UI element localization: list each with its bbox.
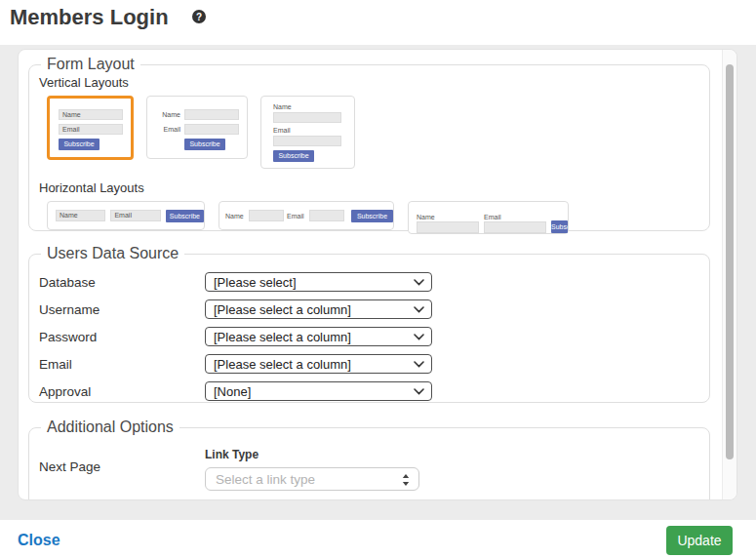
close-button[interactable]: Close: [18, 532, 60, 549]
email-select[interactable]: [Please select a column]: [205, 354, 432, 374]
preview-subscribe-button: Subscribe: [551, 220, 568, 233]
preview-name-input: Name: [56, 210, 105, 221]
preview-subscribe-button: Subscribe: [166, 210, 204, 222]
chevron-down-icon: [414, 334, 424, 340]
page-title: Members Login: [10, 5, 169, 30]
horizontal-layouts-label: Horizontal Layouts: [39, 180, 697, 195]
form-layout-legend: Form Layout: [41, 56, 140, 73]
chevron-down-icon: [414, 306, 424, 313]
email-row: Email [Please select a column]: [39, 354, 697, 374]
settings-scroll-area: Form Layout Vertical Layouts Name Email …: [19, 50, 722, 499]
username-row: Username [Please select a column]: [39, 299, 697, 319]
preview-subscribe-button: Subscribe: [273, 150, 314, 162]
approval-label: Approval: [39, 384, 205, 399]
preview-email-input: Email: [110, 210, 160, 221]
preview-email-input: [273, 136, 341, 146]
preview-email-input: [309, 210, 344, 221]
form-layout-section: Form Layout Vertical Layouts Name Email …: [28, 56, 710, 231]
link-type-block: Link Type Select a link type: [205, 444, 419, 491]
users-data-source-section: Users Data Source Database [Please selec…: [28, 245, 710, 403]
layout-option-horizontal-1[interactable]: Name Email Subscribe: [47, 201, 205, 230]
update-button[interactable]: Update: [666, 526, 733, 555]
chevron-down-icon: [414, 361, 424, 368]
additional-options-legend: Additional Options: [41, 418, 179, 436]
settings-panel: Form Layout Vertical Layouts Name Email …: [18, 49, 737, 500]
chevron-down-icon: [414, 279, 424, 286]
database-label: Database: [39, 275, 205, 290]
preview-subscribe-button: Subscribe: [59, 139, 99, 150]
users-data-source-legend: Users Data Source: [41, 245, 184, 262]
layout-option-vertical-1-selected[interactable]: Name Email Subscribe: [47, 96, 134, 160]
scrollbar-thumb[interactable]: [726, 64, 734, 459]
username-label: Username: [39, 302, 205, 317]
database-select[interactable]: [Please select]: [205, 272, 432, 292]
next-page-row: Next Page Link Type Select a link type: [39, 444, 697, 491]
preview-name-input: Name: [59, 109, 123, 120]
preview-name-label: Name: [147, 111, 180, 118]
preview-email-label: Email: [287, 213, 304, 219]
dialog-header: Members Login ?: [0, 0, 756, 45]
horizontal-layouts-row: Name Email Subscribe Name Email Subscrib…: [47, 201, 697, 234]
username-select[interactable]: [Please select a column]: [205, 299, 432, 319]
layout-option-vertical-2[interactable]: Name Email Subscribe: [146, 96, 248, 159]
password-label: Password: [39, 330, 205, 344]
preview-email-input: Email: [59, 124, 123, 135]
vertical-layouts-row: Name Email Subscribe Name Email: [47, 96, 697, 169]
link-type-label: Link Type: [205, 448, 419, 461]
preview-name-label: Name: [417, 214, 479, 220]
chevron-down-icon: [414, 388, 424, 395]
dialog-footer: Close Update: [0, 520, 756, 558]
email-label: Email: [39, 357, 205, 372]
password-select[interactable]: [Please select a column]: [205, 327, 432, 346]
preview-name-input: [417, 221, 479, 233]
link-type-select[interactable]: Select a link type: [205, 467, 419, 491]
scrollbar-track[interactable]: [722, 50, 736, 499]
dialog-body: Form Layout Vertical Layouts Name Email …: [0, 45, 756, 520]
vertical-layouts-label: Vertical Layouts: [39, 75, 697, 90]
additional-options-section: Additional Options Next Page Link Type S…: [28, 418, 710, 499]
preview-email-label: Email: [484, 214, 546, 220]
preview-name-label: Name: [225, 213, 244, 219]
approval-select[interactable]: [None]: [205, 381, 432, 401]
password-row: Password [Please select a column]: [39, 327, 697, 346]
preview-email-label: Email: [147, 126, 180, 133]
layout-option-horizontal-3[interactable]: Name Email Subscribe: [408, 201, 569, 234]
preview-email-input: [484, 221, 546, 233]
preview-name-label: Name: [273, 103, 354, 110]
preview-subscribe-button: Subscribe: [184, 139, 225, 150]
preview-name-input: [249, 210, 284, 221]
help-icon[interactable]: ?: [192, 10, 206, 23]
up-down-arrows-icon: [401, 473, 411, 487]
preview-email-label: Email: [273, 127, 354, 134]
next-page-label: Next Page: [39, 444, 205, 491]
layout-option-horizontal-2[interactable]: Name Email Subscribe: [219, 201, 394, 230]
preview-name-input: [184, 109, 239, 120]
approval-row: Approval [None]: [39, 381, 697, 401]
database-row: Database [Please select]: [39, 272, 697, 292]
layout-option-vertical-3[interactable]: Name Email Subscribe: [260, 96, 355, 169]
preview-subscribe-button: Subscribe: [351, 210, 393, 222]
preview-name-input: [273, 112, 341, 123]
preview-email-input: [184, 124, 239, 135]
